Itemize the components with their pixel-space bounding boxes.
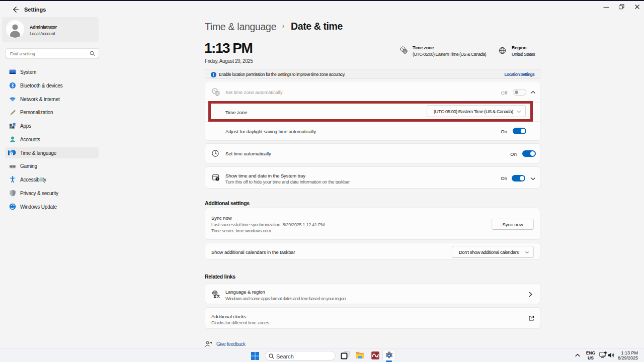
svg-text:A: A <box>213 295 216 299</box>
svg-text:文: 文 <box>216 294 220 298</box>
svg-text:xa: xa <box>602 354 605 357</box>
